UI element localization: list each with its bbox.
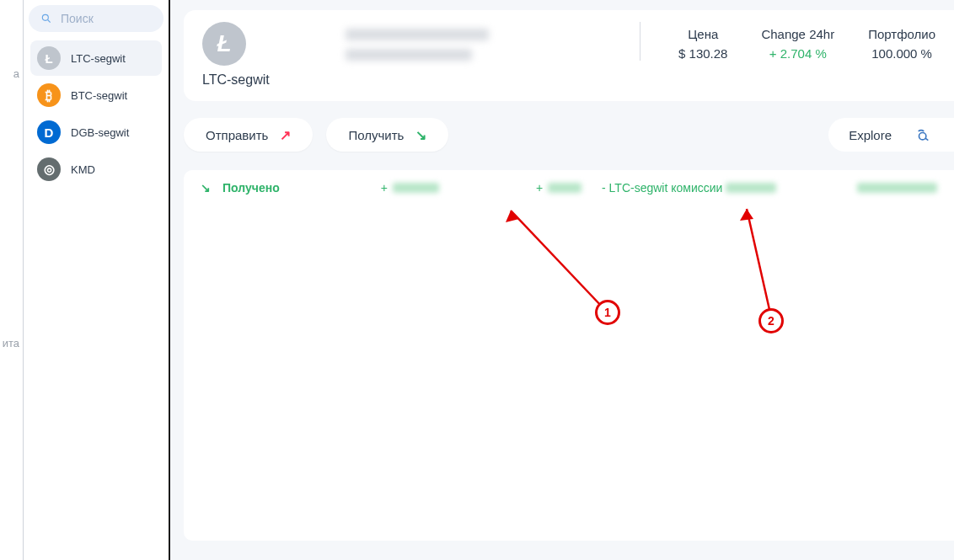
wallet-item-label: BTC-segwit [71,89,127,102]
arrow-send-icon: ↗ [280,127,291,143]
main-panel: Ł LTC-segwit Цена $ 130.28 Change 24hr +… [170,0,954,560]
wallet-list: Ł LTC-segwit ₿ BTC-segwit D DGB-segwit ◎… [29,40,163,187]
coin-block: Ł LTC-segwit [202,22,270,88]
stat-portfolio-label: Портфолио [868,27,935,41]
receive-button-label: Получить [348,128,404,142]
annotation-arrow-2 [723,202,791,328]
arrow-receive-icon: ↘ [415,127,426,143]
wallet-item-ltc[interactable]: Ł LTC-segwit [30,40,162,76]
explore-button[interactable]: Explore [828,118,954,152]
bitcoin-icon: ₿ [37,83,61,107]
stat-portfolio: Портфолио 100.000 % [868,27,935,61]
transactions-card: ↘ Получено + + - LTC-segwit комиссии 1 [184,170,954,541]
wallet-item-dgb[interactable]: D DGB-segwit [30,115,162,150]
annotation-badge-1: 1 [595,300,620,325]
txn-fiat-hidden [548,183,582,193]
stats-block: Цена $ 130.28 Change 24hr + 2.704 % Порт… [640,22,935,61]
litecoin-icon: Ł [37,46,61,70]
send-button-label: Отправить [206,128,268,142]
svg-point-2 [919,133,926,140]
search-icon [40,13,52,24]
wallet-item-kmd[interactable]: ◎ KMD [30,152,162,187]
transaction-row[interactable]: ↘ Получено + + - LTC-segwit комиссии [184,170,954,205]
svg-point-0 [42,14,48,20]
txn-fiat-plus: + [536,181,543,195]
svg-line-3 [925,138,928,141]
annotation-badge-2: 2 [758,308,784,333]
txn-amount-hidden [393,183,439,193]
annotation-1: 1 [496,202,630,323]
search-box[interactable] [29,5,163,32]
stat-price: Цена $ 130.28 [678,27,727,61]
wallet-title: LTC-segwit [202,72,270,88]
nav-strip: a ита [0,0,24,560]
svg-line-4 [511,211,603,308]
wallet-header: Ł LTC-segwit Цена $ 130.28 Change 24hr +… [184,10,954,101]
svg-line-1 [48,20,51,23]
actions-row: Отправить ↗ Получить ↘ Explore [184,118,954,152]
komodo-icon: ◎ [37,157,61,181]
svg-marker-5 [506,211,519,222]
stat-change-label: Change 24hr [761,27,834,41]
nav-label-1: a [13,67,19,80]
txn-amount-plus: + [381,181,388,195]
explore-label: Explore [849,128,892,142]
send-button[interactable]: Отправить ↗ [184,118,313,152]
balance-line-1 [346,29,489,40]
txn-fee-hidden [726,183,776,193]
arrow-receive-icon: ↘ [201,181,211,195]
annotation-arrow-1 [496,202,630,320]
litecoin-icon: Ł [202,22,246,66]
wallet-item-label: DGB-segwit [71,126,129,139]
sidebar: Ł LTC-segwit ₿ BTC-segwit D DGB-segwit ◎… [24,0,170,560]
balance-hidden [346,22,489,61]
receive-button[interactable]: Получить ↘ [326,118,448,152]
search-input[interactable] [61,12,152,25]
stat-change: Change 24hr + 2.704 % [761,27,834,61]
txn-status: Получено [222,181,280,195]
wallet-item-btc[interactable]: ₿ BTC-segwit [30,77,162,113]
nav-label-2: ита [3,337,19,349]
txn-balance-hidden [857,183,937,193]
svg-marker-7 [740,209,753,221]
stat-price-label: Цена [688,27,718,41]
wallet-item-label: KMD [71,163,95,176]
txn-fee-label: - LTC-segwit комиссии [602,181,722,195]
digibyte-icon: D [37,120,61,144]
annotation-2: 2 [723,202,791,332]
svg-line-6 [747,209,770,313]
explorer-icon [917,127,934,142]
stat-price-value: $ 130.28 [678,46,727,61]
stat-change-value: + 2.704 % [769,46,827,61]
stat-portfolio-value: 100.000 % [871,46,932,61]
wallet-item-label: LTC-segwit [71,52,126,65]
balance-line-2 [346,49,472,61]
